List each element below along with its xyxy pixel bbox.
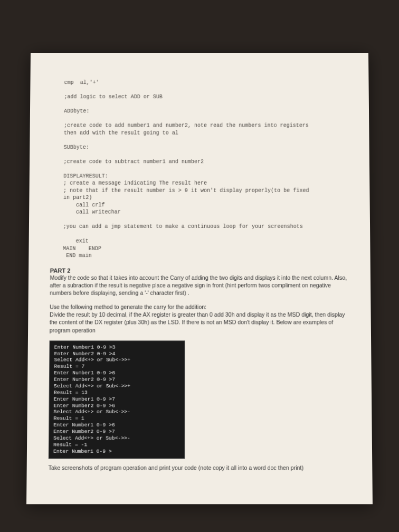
part2-heading: PART 2: [50, 267, 349, 273]
part2-paragraph-2: Use the following method to generate the…: [50, 303, 350, 334]
console-output-screenshot: Enter Number1 0-9 >3 Enter Number2 0-9 >…: [49, 340, 185, 459]
assembly-code-block: cmp al,'+' ;add logic to select ADD or S…: [50, 79, 349, 260]
footer-instruction: Take screenshots of program operation an…: [49, 464, 351, 471]
part2-paragraph-1: Modify the code so that it takes into ac…: [50, 273, 349, 297]
document-page: cmp al,'+' ;add logic to select ADD or S…: [26, 53, 373, 504]
